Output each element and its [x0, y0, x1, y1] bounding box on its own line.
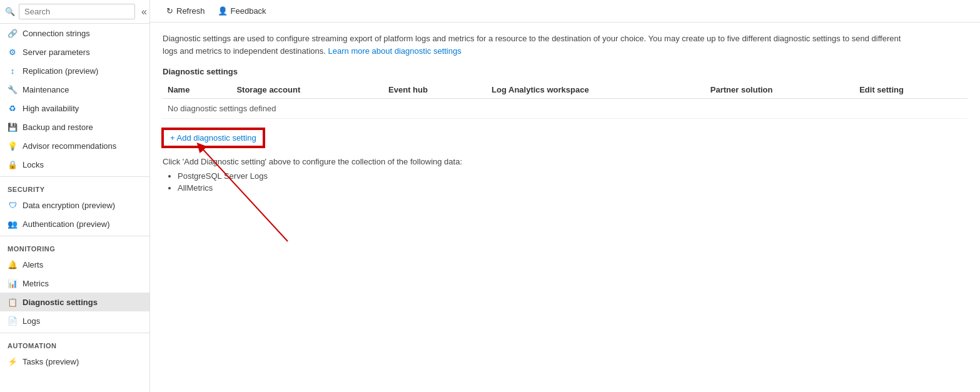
sidebar-item-high-availability[interactable]: ♻ High availability — [0, 99, 149, 118]
refresh-button[interactable]: ↻ Refresh — [160, 4, 211, 18]
sidebar-label: Alerts — [23, 260, 43, 269]
sidebar-item-replication[interactable]: ↕ Replication (preview) — [0, 61, 149, 80]
sidebar-label: Data encryption (preview) — [23, 201, 115, 210]
sidebar-label: High availability — [23, 104, 79, 113]
refresh-label: Refresh — [176, 6, 205, 16]
sidebar-label: Locks — [23, 160, 44, 169]
sidebar-item-alerts[interactable]: 🔔 Alerts — [0, 255, 149, 274]
col-eventhub: Event hub — [383, 81, 487, 99]
tasks-icon: ⚡ — [8, 356, 18, 366]
page-description: Diagnostic settings are used to configur… — [163, 33, 913, 57]
sidebar-label: Backup and restore — [23, 123, 93, 132]
feedback-button[interactable]: 👤 Feedback — [211, 4, 273, 18]
col-partner: Partner solution — [705, 81, 854, 99]
sidebar-item-advisor-recommendations[interactable]: 💡 Advisor recommendations — [0, 136, 149, 155]
main-content: ↻ Refresh 👤 Feedback Diagnostic settings… — [150, 0, 980, 392]
col-edit: Edit setting — [854, 81, 967, 99]
sidebar-item-backup-restore[interactable]: 💾 Backup and restore — [0, 118, 149, 136]
security-divider — [0, 176, 149, 177]
sidebar-item-data-encryption[interactable]: 🛡 Data encryption (preview) — [0, 196, 149, 214]
sidebar-label: Diagnostic settings — [23, 298, 98, 307]
sidebar-item-diagnostic-settings[interactable]: 📋 Diagnostic settings — [0, 293, 149, 311]
sidebar-label: Server parameters — [23, 48, 90, 57]
logs-icon: 📄 — [8, 316, 18, 326]
sidebar-label: Connection strings — [23, 29, 90, 38]
sidebar-search-bar[interactable]: 🔍 « — [0, 0, 149, 24]
content-area: Diagnostic settings are used to configur… — [150, 23, 980, 392]
hint-item-2: AllMetrics — [178, 183, 967, 193]
refresh-icon: ↻ — [166, 6, 173, 16]
connection-strings-icon: 🔗 — [8, 28, 18, 38]
advisor-icon: 💡 — [8, 141, 18, 151]
automation-section-label: Automation — [0, 336, 149, 352]
security-section-label: Security — [0, 179, 149, 196]
maintenance-icon: 🔧 — [8, 84, 18, 94]
hint-text: Click 'Add Diagnostic setting' above to … — [163, 157, 967, 166]
sidebar-item-connection-strings[interactable]: 🔗 Connection strings — [0, 24, 149, 43]
search-input[interactable] — [19, 4, 135, 19]
authentication-icon: 👥 — [8, 219, 18, 229]
automation-divider — [0, 333, 149, 333]
locks-icon: 🔒 — [8, 159, 18, 169]
high-availability-icon: ♻ — [8, 103, 18, 113]
monitoring-divider — [0, 236, 149, 236]
diagnostic-settings-icon: 📋 — [8, 297, 18, 307]
data-encryption-icon: 🛡 — [8, 200, 18, 210]
sidebar-item-server-parameters[interactable]: ⚙ Server parameters — [0, 43, 149, 61]
toolbar: ↻ Refresh 👤 Feedback — [150, 0, 980, 23]
sidebar-label: Authentication (preview) — [23, 219, 109, 229]
hint-list: PostgreSQL Server Logs AllMetrics — [163, 171, 967, 193]
alerts-icon: 🔔 — [8, 259, 18, 269]
search-icon: 🔍 — [5, 7, 15, 17]
sidebar-collapse-button[interactable]: « — [139, 5, 149, 19]
sidebar-item-metrics[interactable]: 📊 Metrics — [0, 274, 149, 293]
sidebar-item-logs[interactable]: 📄 Logs — [0, 311, 149, 330]
sidebar-item-tasks[interactable]: ⚡ Tasks (preview) — [0, 352, 149, 371]
learn-more-link[interactable]: Learn more about diagnostic settings — [328, 46, 462, 56]
server-parameters-icon: ⚙ — [8, 47, 18, 57]
feedback-icon: 👤 — [218, 6, 228, 16]
sidebar-item-authentication[interactable]: 👥 Authentication (preview) — [0, 214, 149, 233]
monitoring-section-label: Monitoring — [0, 239, 149, 255]
replication-icon: ↕ — [8, 66, 18, 76]
sidebar-item-locks[interactable]: 🔒 Locks — [0, 155, 149, 174]
col-log-analytics: Log Analytics workspace — [487, 81, 705, 99]
sidebar-label: Metrics — [23, 279, 49, 288]
sidebar-label: Tasks (preview) — [23, 357, 79, 366]
diagnostic-settings-table: Name Storage account Event hub Log Analy… — [163, 81, 967, 119]
metrics-icon: 📊 — [8, 278, 18, 288]
sidebar: 🔍 « 🔗 Connection strings ⚙ Server parame… — [0, 0, 150, 392]
sidebar-item-maintenance[interactable]: 🔧 Maintenance — [0, 80, 149, 99]
add-setting-container: + Add diagnostic setting — [163, 129, 264, 157]
feedback-label: Feedback — [231, 6, 266, 16]
diagnostic-settings-section-title: Diagnostic settings — [163, 67, 967, 76]
sidebar-label: Maintenance — [23, 85, 69, 94]
backup-restore-icon: 💾 — [8, 122, 18, 132]
sidebar-label: Advisor recommendations — [23, 141, 116, 151]
sidebar-label: Replication (preview) — [23, 66, 98, 76]
empty-message: No diagnostic settings defined — [163, 99, 967, 119]
hint-item-1: PostgreSQL Server Logs — [178, 171, 967, 181]
add-diagnostic-setting-button[interactable]: + Add diagnostic setting — [163, 129, 264, 147]
col-name: Name — [163, 81, 231, 99]
col-storage: Storage account — [231, 81, 383, 99]
table-empty-row: No diagnostic settings defined — [163, 99, 967, 119]
sidebar-label: Logs — [23, 316, 40, 326]
